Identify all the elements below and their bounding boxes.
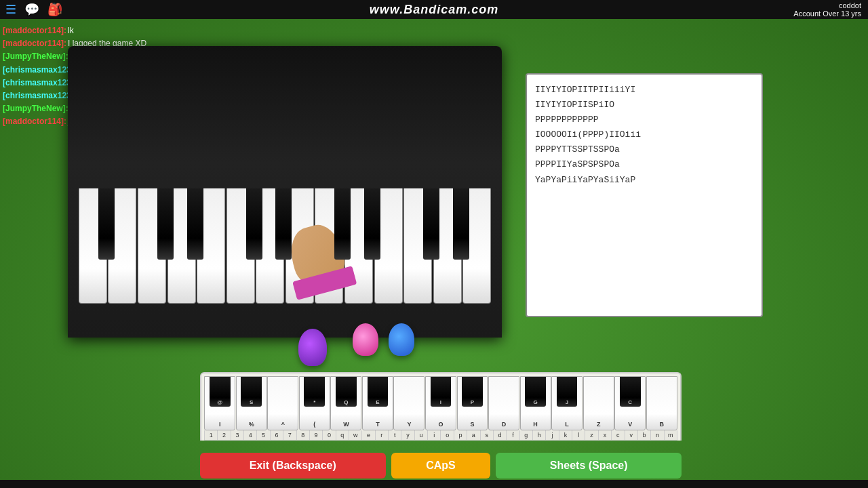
- key-10[interactable]: D: [488, 376, 519, 430]
- bandicam-title: www.Bandicam.com: [370, 3, 498, 17]
- black-key-j[interactable]: J: [557, 377, 578, 407]
- key-12[interactable]: JL: [551, 376, 583, 430]
- black-key-g[interactable]: G: [525, 377, 546, 407]
- bottom-bar: [0, 480, 868, 488]
- black-key-q[interactable]: Q: [336, 377, 357, 407]
- bottom-buttons: Exit (Backspace) CApS Sheets (Space): [200, 453, 682, 479]
- black-key-at[interactable]: @: [210, 377, 231, 407]
- piano-key-w3[interactable]: [138, 188, 166, 304]
- key-8[interactable]: IO: [425, 376, 456, 430]
- key-2[interactable]: S%: [236, 376, 267, 430]
- game-area: [maddoctor114]: lk [maddoctor114]: I lag…: [0, 19, 868, 488]
- character-purple: [298, 329, 327, 366]
- piano-key-w12[interactable]: [403, 188, 432, 304]
- sheets-button[interactable]: Sheets (Space): [496, 453, 682, 479]
- chat-user-3: [JumpyTheNew]:: [3, 50, 68, 63]
- sheet-music-panel: IIYIYIOPIITPIIiiiYI IIYIYIOPIISPiIO PPPP…: [526, 73, 763, 317]
- user-info: coddot Account Over 13 yrs: [793, 1, 861, 18]
- sheet-line-6: PPPPIIYaSPSPSPOa: [535, 157, 753, 172]
- sheet-line-5: PPPPYTTSSPTSSPOa: [535, 142, 753, 157]
- black-key-p[interactable]: P: [462, 377, 483, 407]
- piano-3d-keys: .wk3d { flex:1; background:linear-gradie…: [78, 188, 492, 304]
- top-bar: ☰ 💬 🎒 www.Bandicam.com coddot Account Ov…: [0, 0, 868, 19]
- piano-key-w1[interactable]: [79, 188, 107, 304]
- black-key-s[interactable]: S: [241, 377, 262, 407]
- key-6[interactable]: ET: [362, 376, 393, 430]
- sheet-line-2: IIYIYIOPIISPiIO: [535, 98, 753, 113]
- characters-area: [353, 323, 414, 356]
- account-status: Account Over 13 yrs: [793, 9, 861, 18]
- chat-user-6: [chrismasmax123]:: [3, 89, 77, 102]
- key-11[interactable]: GH: [520, 376, 551, 430]
- chat-user-5: [chrismasmax123]:: [3, 77, 77, 89]
- top-bar-icons: ☰ 💬 🎒: [5, 2, 62, 17]
- character-blue: [389, 323, 414, 356]
- caps-button[interactable]: CApS: [391, 453, 491, 479]
- black-key-e[interactable]: E: [368, 377, 389, 407]
- chat-user-7: [JumpyTheNew]:: [3, 102, 68, 115]
- sheet-line-3: PPPPPPPPPPPP: [535, 113, 753, 127]
- piano-key-w6[interactable]: [226, 188, 255, 304]
- username: coddot: [793, 1, 861, 9]
- sheet-line-7: YaPYaPiiYaPYaSiiYaP: [535, 173, 753, 188]
- key-9[interactable]: PS: [457, 376, 488, 430]
- exit-button[interactable]: Exit (Backspace): [200, 453, 386, 479]
- chat-user-8: [maddoctor114]:: [3, 115, 66, 128]
- piano-3d: .wk3d { flex:1; background:linear-gradie…: [68, 46, 502, 338]
- chat-icon[interactable]: 💬: [24, 2, 39, 17]
- black-key-c[interactable]: C: [620, 377, 641, 407]
- key-15[interactable]: B: [646, 376, 677, 430]
- black-key-star[interactable]: *: [304, 377, 325, 407]
- key-bottom-labels: 1 2 3 4 5 6 7 8 9 0 q w e r t y u i o p …: [204, 430, 677, 441]
- key-4[interactable]: *(: [299, 376, 330, 430]
- black-key-i[interactable]: I: [431, 377, 452, 407]
- bag-icon[interactable]: 🎒: [47, 2, 62, 17]
- sheet-line-1: IIYIYIOPIITPIIiiiYI: [535, 83, 753, 98]
- key-14[interactable]: CV: [614, 376, 646, 430]
- chat-user-4: [chrismasmax123]:: [3, 64, 77, 77]
- bottom-piano: .bpw { flex:1; background:linear-gradien…: [200, 372, 682, 441]
- character-pink: [353, 323, 378, 356]
- menu-icon[interactable]: ☰: [5, 2, 16, 17]
- piano-keys-row: .bpw { flex:1; background:linear-gradien…: [204, 376, 677, 430]
- key-I[interactable]: @I: [204, 376, 235, 430]
- key-13[interactable]: Z: [583, 376, 614, 430]
- key-3[interactable]: ^: [267, 376, 298, 430]
- sheet-line-4: IOOOOOIi(PPPP)IIOiii: [535, 127, 753, 142]
- chat-user-2: [maddoctor114]:: [3, 37, 66, 50]
- chat-message-1: [maddoctor114]: lk: [3, 24, 199, 37]
- key-7[interactable]: Y: [393, 376, 425, 430]
- chat-user-1: [maddoctor114]:: [3, 24, 66, 37]
- key-5[interactable]: QW: [330, 376, 361, 430]
